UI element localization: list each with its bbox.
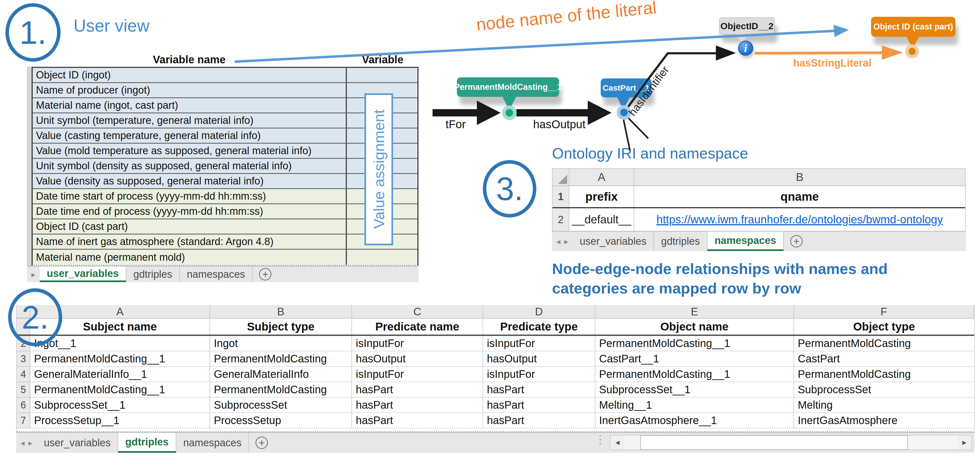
variable-value-cell[interactable]	[347, 68, 417, 82]
object-name-cell[interactable]: PermanentMoldCasting__1	[595, 336, 794, 351]
object-type-cell[interactable]: SubprocessSet	[794, 382, 974, 398]
subject-name-cell[interactable]: ProcessSetup__1	[30, 413, 210, 429]
subject-type-cell[interactable]: ProcessSetup	[210, 413, 352, 429]
row-number[interactable]: 3	[17, 351, 30, 367]
predicate-type-cell[interactable]: hasPart	[483, 398, 595, 413]
tab-namespaces[interactable]: namespaces	[708, 231, 784, 251]
variable-name-cell[interactable]: Unit symbol (temperature, general materi…	[33, 113, 347, 128]
predicate-type-cell[interactable]: hasOutput	[483, 351, 595, 367]
column-letter-b[interactable]: B	[634, 169, 965, 185]
prefix-value-cell[interactable]: __default__	[570, 208, 634, 231]
tab-scroll-splitter-icon[interactable]: ⋮	[595, 435, 606, 443]
scrollbar-track[interactable]	[625, 435, 957, 450]
subject-name-cell[interactable]: PermanentMoldCasting__1	[30, 382, 210, 398]
column-letter-b[interactable]: B	[210, 305, 352, 318]
column-letter-a[interactable]: A	[570, 169, 634, 185]
predicate-name-cell[interactable]: hasPart	[352, 398, 483, 413]
variable-name-cell[interactable]: Name of producer (ingot)	[33, 83, 347, 97]
variable-name-cell[interactable]: Date time start of process (yyyy-mm-dd h…	[33, 189, 347, 203]
subject-name-cell[interactable]: GeneralMaterialInfo__1	[30, 367, 210, 382]
object-type-cell[interactable]: CastPart	[794, 351, 974, 367]
subject-type-cell[interactable]: Ingot	[210, 336, 352, 351]
variable-name-cell[interactable]: Value (mold temperature as supposed, gen…	[33, 143, 347, 158]
header-subject-type[interactable]: Subject type	[210, 319, 352, 335]
variable-name-cell[interactable]: Date time end of process (yyyy-mm-dd hh:…	[33, 204, 347, 218]
object-name-cell[interactable]: SubprocessSet__1	[595, 382, 794, 398]
object-name-cell[interactable]: InertGasAtmosphere__1	[595, 413, 794, 429]
column-letter-d[interactable]: D	[483, 305, 595, 318]
predicate-name-cell[interactable]: hasPart	[352, 382, 483, 398]
add-sheet-button[interactable]: +	[784, 231, 809, 251]
row-number[interactable]: 4	[17, 367, 30, 382]
variable-name-cell[interactable]: Object ID (cast part)	[33, 219, 347, 234]
predicate-type-cell[interactable]: isInputFor	[483, 367, 595, 382]
object-type-cell[interactable]: InertGasAtmosphere	[794, 413, 974, 429]
row-number[interactable]: 5	[17, 382, 30, 398]
predicate-type-cell[interactable]: isInputFor	[483, 336, 595, 351]
predicate-name-cell[interactable]: isInputFor	[352, 336, 483, 351]
variable-name-cell[interactable]: Value (casting temperature, general mate…	[33, 129, 347, 143]
subject-type-cell[interactable]: PermanentMoldCasting	[210, 382, 352, 398]
object-name-cell[interactable]: Melting__1	[595, 398, 794, 413]
column-letter-e[interactable]: E	[595, 305, 794, 318]
ontology-iri-link[interactable]: https://www.iwm.fraunhofer.de/ontologies…	[656, 213, 943, 226]
tab-user-variables[interactable]: user_variables	[573, 231, 654, 251]
tab-gdtriples[interactable]: gdtriples	[118, 433, 176, 453]
tab-namespaces[interactable]: namespaces	[176, 433, 249, 453]
predicate-name-cell[interactable]: hasPart	[352, 413, 483, 429]
variable-name-cell[interactable]: Name of inert gas atmosphere (standard: …	[33, 234, 347, 249]
variable-name-cell[interactable]: Material name (permanent mold)	[33, 250, 347, 265]
object-type-cell[interactable]: Melting	[794, 398, 974, 413]
object-name-cell[interactable]: PermanentMoldCasting__1	[595, 367, 794, 382]
header-predicate-type[interactable]: Predicate type	[483, 319, 595, 335]
subject-name-cell[interactable]: Ingot__1	[30, 336, 210, 351]
tab-user-variables[interactable]: user_variables	[40, 266, 126, 282]
predicate-type-cell[interactable]: hasPart	[483, 413, 595, 429]
row-number[interactable]: 6	[17, 398, 30, 413]
tab-namespaces[interactable]: namespaces	[180, 266, 253, 282]
prefix-header-cell[interactable]: prefix	[570, 186, 634, 207]
ontology-iri-heading: Ontology IRI and namespace	[552, 144, 748, 162]
tab-user-variables[interactable]: user_variables	[37, 433, 118, 453]
subject-type-cell[interactable]: PermanentMoldCasting	[210, 351, 352, 367]
row-number[interactable]: 2	[553, 208, 570, 231]
table-row: Object ID (ingot)	[33, 68, 417, 83]
table-row: Date time end of process (yyyy-mm-dd hh:…	[33, 204, 417, 219]
predicate-name-cell[interactable]: isInputFor	[352, 367, 483, 382]
subject-type-cell[interactable]: SubprocessSet	[210, 398, 352, 413]
column-letter-c[interactable]: C	[352, 305, 483, 318]
variable-name-cell[interactable]: Object ID (ingot)	[33, 68, 347, 82]
header-predicate-name[interactable]: Predicate name	[352, 319, 483, 335]
scrollbar-thumb[interactable]	[640, 435, 908, 450]
object-type-cell[interactable]: PermanentMoldCasting	[794, 336, 974, 351]
sheet-nav-next-icon[interactable]: ▸	[27, 266, 40, 282]
qname-header-cell[interactable]: qname	[634, 186, 965, 207]
literal-annotation-arrowhead-icon	[834, 25, 849, 37]
sheet-nav-arrows[interactable]: ◂ ▸	[16, 433, 37, 453]
add-sheet-button[interactable]: +	[253, 266, 278, 282]
variable-name-cell[interactable]: Material name (ingot, cast part)	[33, 98, 347, 113]
tab-gdtriples[interactable]: gdtriples	[654, 231, 708, 251]
predicate-name-cell[interactable]: hasOutput	[352, 351, 483, 367]
tab-gdtriples[interactable]: gdtriples	[126, 266, 180, 282]
literal-note: node name of the literal	[475, 0, 657, 35]
subject-type-cell[interactable]: GeneralMaterialInfo	[210, 367, 352, 382]
sheet-nav-arrows[interactable]: ◂ ▸	[552, 231, 573, 251]
variable-name-cell[interactable]: Value (density as supposed, general mate…	[33, 174, 347, 188]
object-name-cell[interactable]: CastPart__1	[595, 351, 794, 367]
variable-value-cell[interactable]	[347, 250, 417, 265]
scroll-left-icon[interactable]: ◄	[611, 435, 625, 450]
variable-name-cell[interactable]: Unit symbol (density as supposed, genera…	[33, 159, 347, 173]
row-number[interactable]: 7	[17, 413, 30, 429]
row-number[interactable]: 1	[553, 186, 570, 207]
column-letter-f[interactable]: F	[794, 305, 974, 318]
add-sheet-button[interactable]: +	[249, 433, 274, 453]
select-all-corner[interactable]	[553, 169, 570, 185]
subject-name-cell[interactable]: PermanentMoldCasting__1	[30, 351, 210, 367]
predicate-type-cell[interactable]: hasPart	[483, 382, 595, 398]
header-object-type[interactable]: Object type	[794, 319, 974, 335]
object-type-cell[interactable]: PermanentMoldCasting	[794, 367, 974, 382]
header-object-name[interactable]: Object name	[595, 319, 794, 335]
subject-name-cell[interactable]: SubprocessSet__1	[30, 398, 210, 413]
scroll-right-icon[interactable]: ►	[957, 435, 971, 450]
